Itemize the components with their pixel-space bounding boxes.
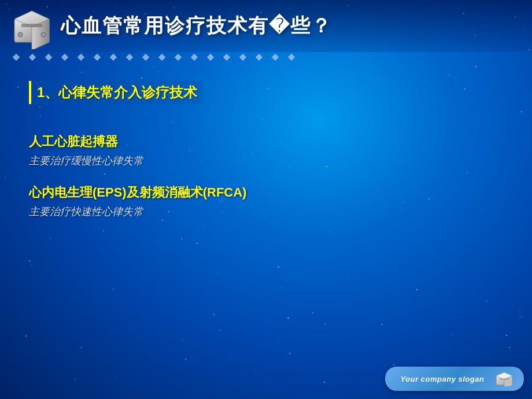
svg-marker-10 xyxy=(77,54,84,61)
svg-rect-27 xyxy=(500,378,509,380)
svg-marker-16 xyxy=(175,54,182,61)
section-title: 1、心律失常介入诊疗技术 xyxy=(29,81,203,104)
svg-marker-9 xyxy=(61,54,68,61)
svg-marker-17 xyxy=(191,54,198,61)
dot-2 xyxy=(28,53,37,62)
topic-2-bold: 心内电生理(EPS) xyxy=(29,185,127,200)
svg-marker-15 xyxy=(158,54,165,61)
svg-marker-11 xyxy=(94,54,101,61)
page-title: 心血管常用诊疗技术有�些？ xyxy=(61,13,332,39)
slogan-text: Your company slogan xyxy=(396,375,489,383)
svg-point-5 xyxy=(41,32,46,37)
dot-6 xyxy=(93,53,102,62)
topic-2-heading: 心内电生理(EPS)及射频消融术(RFCA) xyxy=(29,184,503,201)
slogan-bar: Your company slogan xyxy=(385,367,524,391)
svg-marker-23 xyxy=(288,54,295,61)
dot-8 xyxy=(125,53,134,62)
svg-marker-13 xyxy=(126,54,133,61)
dot-9 xyxy=(141,53,150,62)
topic-1-bold: 人工心脏起搏器 xyxy=(29,134,118,149)
topic-2-subtext: 主要治疗快速性心律失常 xyxy=(29,205,503,219)
header: 心血管常用诊疗技术有�些？ xyxy=(0,0,532,52)
svg-marker-6 xyxy=(13,54,20,61)
svg-marker-18 xyxy=(207,54,214,61)
svg-point-4 xyxy=(18,32,23,37)
dot-15 xyxy=(238,53,247,62)
svg-marker-14 xyxy=(142,54,149,61)
dot-7 xyxy=(109,53,118,62)
dot-16 xyxy=(254,53,264,62)
topic-block-1: 人工心脏起搏器 主要治疗缓慢性心律失常 xyxy=(29,133,503,168)
dots-row xyxy=(0,51,532,64)
main-content: 1、心律失常介入诊疗技术 人工心脏起搏器 主要治疗缓慢性心律失常 心内电生理(E… xyxy=(0,69,532,246)
svg-rect-3 xyxy=(21,24,42,27)
svg-marker-20 xyxy=(239,54,246,61)
svg-marker-19 xyxy=(223,54,230,61)
slogan-icon xyxy=(495,371,513,386)
dot-3 xyxy=(44,53,53,62)
svg-marker-8 xyxy=(45,54,52,61)
logo-icon xyxy=(9,3,55,49)
dot-10 xyxy=(157,53,167,62)
topic-1-subtext: 主要治疗缓慢性心律失常 xyxy=(29,154,503,168)
svg-marker-7 xyxy=(29,54,36,61)
dot-18 xyxy=(287,53,296,62)
dot-11 xyxy=(173,53,183,62)
dot-13 xyxy=(206,53,215,62)
topic-2-normal: 及射频消融术(RFCA) xyxy=(127,185,247,200)
topic-1-heading: 人工心脏起搏器 xyxy=(29,133,503,150)
dot-14 xyxy=(222,53,231,62)
dot-1 xyxy=(12,53,21,62)
dot-17 xyxy=(271,53,280,62)
topic-block-2: 心内电生理(EPS)及射频消融术(RFCA) 主要治疗快速性心律失常 xyxy=(29,184,503,219)
svg-marker-12 xyxy=(110,54,117,61)
svg-marker-21 xyxy=(256,54,263,61)
svg-marker-22 xyxy=(272,54,279,61)
dot-12 xyxy=(190,53,199,62)
dot-5 xyxy=(76,53,86,62)
dot-4 xyxy=(60,53,69,62)
